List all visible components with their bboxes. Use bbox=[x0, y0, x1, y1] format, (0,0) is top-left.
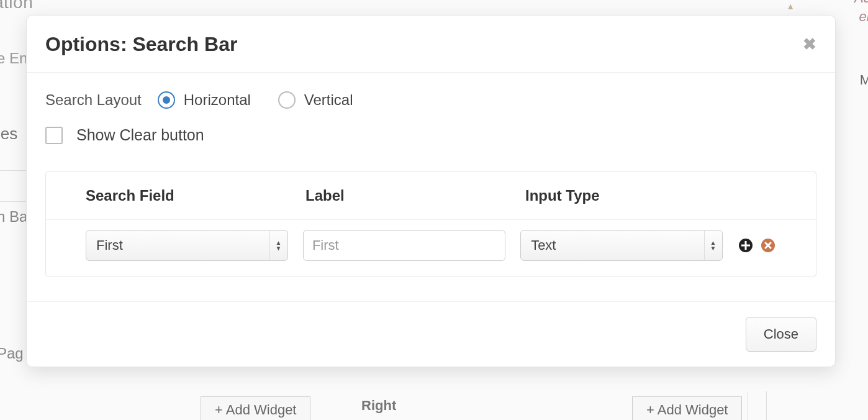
radio-label: Horizontal bbox=[184, 91, 251, 109]
modal-header: Options: Search Bar ✖ bbox=[27, 16, 835, 73]
bg-region-label: Right bbox=[361, 398, 396, 414]
bg-text-fragment: Ad bbox=[854, 0, 868, 6]
radio-vertical[interactable]: Vertical bbox=[278, 91, 353, 109]
options-search-bar-modal: Options: Search Bar ✖ Search Layout Hori… bbox=[26, 15, 836, 367]
search-field-select[interactable]: First ▲▼ bbox=[86, 230, 288, 261]
add-row-icon[interactable] bbox=[738, 237, 754, 253]
bg-text-fragment: e En bbox=[0, 50, 27, 67]
row-actions bbox=[738, 237, 776, 253]
bg-text-fragment: ation bbox=[0, 0, 33, 12]
input-type-select[interactable]: Text ▲▼ bbox=[520, 230, 723, 261]
show-clear-row: Show Clear button bbox=[45, 126, 816, 144]
bg-text-fragment: n Ba bbox=[0, 208, 27, 226]
column-header-input-type: Input Type bbox=[525, 187, 745, 204]
close-button[interactable]: Close bbox=[746, 317, 816, 352]
radio-icon bbox=[158, 91, 175, 109]
svg-rect-2 bbox=[741, 245, 750, 247]
radio-horizontal[interactable]: Horizontal bbox=[158, 91, 251, 109]
bg-text-fragment: Pag bbox=[0, 345, 24, 362]
column-header-label: Label bbox=[305, 187, 525, 204]
chevron-up-icon: ▲ bbox=[786, 1, 795, 11]
modal-body: Search Layout Horizontal Vertical Show C… bbox=[27, 73, 835, 301]
add-widget-button[interactable]: + Add Widget bbox=[201, 396, 310, 420]
radio-icon bbox=[278, 91, 296, 109]
label-input[interactable] bbox=[303, 230, 505, 261]
select-value: Text bbox=[531, 237, 556, 253]
divider bbox=[766, 391, 767, 420]
bg-text-fragment: ies bbox=[0, 124, 17, 144]
search-layout-label: Search Layout bbox=[45, 91, 142, 109]
table-header: Search Field Label Input Type bbox=[46, 172, 816, 219]
bg-text-fragment: M bbox=[860, 72, 868, 88]
bg-text-fragment: er bbox=[859, 9, 868, 25]
select-value: First bbox=[96, 237, 123, 253]
remove-row-icon[interactable] bbox=[760, 237, 776, 253]
table-row: First ▲▼ Text ▲▼ bbox=[46, 219, 816, 276]
column-header-search-field: Search Field bbox=[86, 187, 305, 204]
divider bbox=[0, 170, 26, 171]
search-layout-radio-group: Horizontal Vertical bbox=[158, 91, 353, 109]
show-clear-checkbox[interactable] bbox=[45, 127, 63, 144]
divider bbox=[0, 201, 26, 202]
select-arrows-icon: ▲▼ bbox=[704, 231, 721, 260]
divider bbox=[748, 391, 748, 420]
close-icon[interactable]: ✖ bbox=[803, 35, 816, 54]
modal-footer: Close bbox=[27, 301, 835, 367]
show-clear-label: Show Clear button bbox=[76, 126, 204, 144]
radio-label: Vertical bbox=[304, 91, 353, 109]
search-fields-table: Search Field Label Input Type First ▲▼ T… bbox=[45, 171, 816, 276]
search-layout-row: Search Layout Horizontal Vertical bbox=[45, 91, 816, 109]
modal-title: Options: Search Bar bbox=[45, 33, 237, 56]
add-widget-button[interactable]: + Add Widget bbox=[632, 396, 742, 420]
select-arrows-icon: ▲▼ bbox=[269, 231, 287, 260]
